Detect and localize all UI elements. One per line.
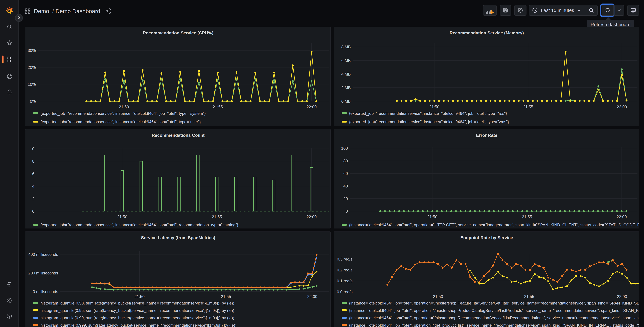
svg-text:6 MB: 6 MB [341,58,351,63]
svg-text:80: 80 [343,159,348,163]
svg-text:21:50: 21:50 [429,104,439,109]
svg-text:400 milliseconds: 400 milliseconds [28,252,58,257]
svg-text:22:00: 22:00 [306,214,317,219]
svg-text:21:50: 21:50 [433,294,443,299]
svg-text:{exported_job="recommendations: {exported_job="recommendationservice", i… [349,120,509,124]
svg-text:0 milliseconds: 0 milliseconds [33,290,58,294]
svg-text:Recommendation Service (Memory: Recommendation Service (Memory) [450,30,524,36]
svg-text:22:00: 22:00 [617,294,627,299]
svg-text:40: 40 [343,184,348,188]
svg-text:100: 100 [341,146,348,150]
svg-text:8: 8 [32,159,34,164]
svg-text:0.3 req/s: 0.3 req/s [337,257,352,261]
svg-text:Recommendation Service (CPU%): Recommendation Service (CPU%) [143,30,214,36]
svg-text:21:50: 21:50 [427,214,437,219]
svg-text:8 MB: 8 MB [341,45,351,49]
svg-text:21:55: 21:55 [221,294,231,299]
svg-text:histogram_quantile(0.999, sum(: histogram_quantile(0.999, sum(rate(laten… [40,323,236,327]
svg-text:{instance="otelcol:9464", job=: {instance="otelcol:9464", job="otel", op… [349,323,639,327]
svg-text:10: 10 [30,146,34,151]
svg-text:0.0 req/s: 0.0 req/s [337,290,352,294]
svg-text:{instance="otelcol:9464", job=: {instance="otelcol:9464", job="otel", op… [349,301,639,305]
svg-text:21:50: 21:50 [117,214,127,219]
svg-text:21:55: 21:55 [212,214,222,219]
svg-text:30%: 30% [28,48,36,53]
svg-text:{instance="otelcol:9464", job=: {instance="otelcol:9464", job="otel", op… [349,222,639,227]
svg-text:Endpoint Rate by Service: Endpoint Rate by Service [460,235,513,240]
svg-text:{exported_job="recommendations: {exported_job="recommendationservice", i… [349,111,507,116]
svg-text:21:55: 21:55 [524,294,534,299]
svg-text:22:00: 22:00 [307,294,317,299]
svg-text:0.2 req/s: 0.2 req/s [337,268,352,272]
svg-text:21:50: 21:50 [134,294,144,299]
svg-text:0%: 0% [30,99,36,104]
svg-text:0: 0 [346,209,348,214]
svg-text:{exported_job="recommendations: {exported_job="recommendationservice", i… [40,222,238,227]
svg-text:0.1 req/s: 0.1 req/s [337,279,352,283]
svg-text:{exported_job="recommendations: {exported_job="recommendationservice", i… [40,120,201,124]
svg-text:histogram_quantile(0.95, sum(r: histogram_quantile(0.95, sum(rate(latenc… [40,308,234,313]
svg-text:21:55: 21:55 [213,104,223,109]
svg-text:Error Rate: Error Rate [476,133,497,138]
svg-text:60: 60 [343,171,348,176]
svg-text:0 MB: 0 MB [341,99,351,104]
svg-text:22:00: 22:00 [617,104,627,109]
svg-text:{exported_job="recommendations: {exported_job="recommendationservice", i… [40,111,206,116]
svg-text:22:00: 22:00 [306,104,317,109]
svg-text:21:55: 21:55 [523,104,533,109]
svg-text:0: 0 [32,209,34,214]
svg-text:histogram_quantile(0.99, sum(r: histogram_quantile(0.99, sum(rate(latenc… [40,316,234,320]
svg-text:20%: 20% [28,65,36,70]
svg-text:20: 20 [343,196,348,201]
svg-text:10%: 10% [28,82,36,86]
svg-text:4 MB: 4 MB [341,72,351,76]
svg-text:200 milliseconds: 200 milliseconds [28,271,58,275]
svg-text:{instance="otelcol:9464", job=: {instance="otelcol:9464", job="otel", op… [349,316,639,320]
svg-text:2: 2 [32,196,34,201]
svg-text:22:00: 22:00 [617,214,627,219]
svg-text:{instance="otelcol:9464", job=: {instance="otelcol:9464", job="otel", op… [349,308,639,313]
svg-text:4: 4 [32,184,34,188]
svg-text:histogram_quantile(0.50, sum(r: histogram_quantile(0.50, sum(rate(latenc… [40,301,234,305]
svg-text:21:55: 21:55 [522,214,532,219]
svg-text:2 MB: 2 MB [341,86,351,90]
svg-text:Recommendations Count: Recommendations Count [152,133,205,138]
svg-text:6: 6 [32,172,34,176]
svg-text:21:50: 21:50 [119,104,129,109]
svg-text:Service Latency (from SpanMetr: Service Latency (from SpanMetrics) [141,235,215,240]
